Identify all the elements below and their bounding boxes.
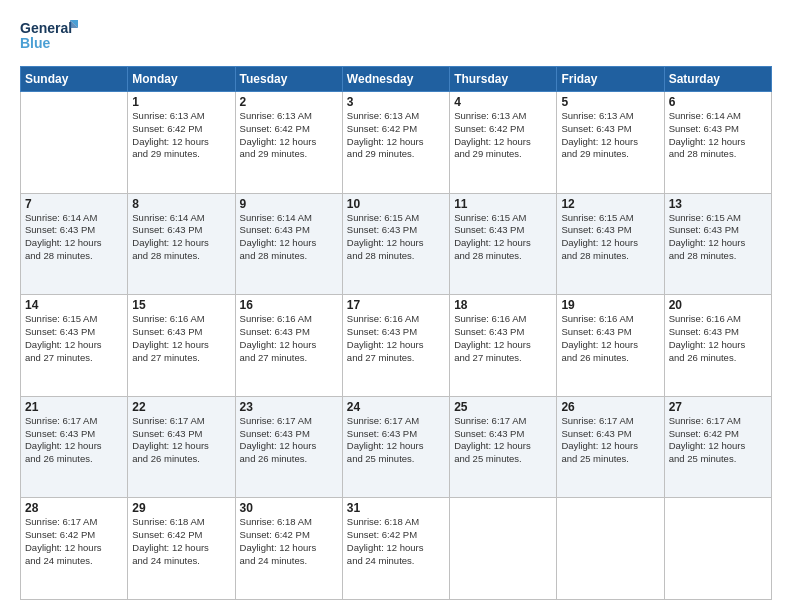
calendar-cell: 11Sunrise: 6:15 AM Sunset: 6:43 PM Dayli… (450, 193, 557, 295)
day-number: 8 (132, 197, 230, 211)
day-info: Sunrise: 6:17 AM Sunset: 6:43 PM Dayligh… (347, 415, 445, 466)
calendar-cell: 10Sunrise: 6:15 AM Sunset: 6:43 PM Dayli… (342, 193, 449, 295)
calendar-week-2: 7Sunrise: 6:14 AM Sunset: 6:43 PM Daylig… (21, 193, 772, 295)
svg-text:General: General (20, 20, 72, 36)
day-info: Sunrise: 6:14 AM Sunset: 6:43 PM Dayligh… (132, 212, 230, 263)
calendar-cell (557, 498, 664, 600)
day-info: Sunrise: 6:17 AM Sunset: 6:42 PM Dayligh… (669, 415, 767, 466)
calendar-cell (21, 92, 128, 194)
day-info: Sunrise: 6:15 AM Sunset: 6:43 PM Dayligh… (669, 212, 767, 263)
day-info: Sunrise: 6:16 AM Sunset: 6:43 PM Dayligh… (132, 313, 230, 364)
calendar-cell: 9Sunrise: 6:14 AM Sunset: 6:43 PM Daylig… (235, 193, 342, 295)
day-info: Sunrise: 6:18 AM Sunset: 6:42 PM Dayligh… (132, 516, 230, 567)
calendar-cell: 27Sunrise: 6:17 AM Sunset: 6:42 PM Dayli… (664, 396, 771, 498)
logo-svg: General Blue (20, 16, 80, 56)
day-info: Sunrise: 6:16 AM Sunset: 6:43 PM Dayligh… (454, 313, 552, 364)
day-number: 19 (561, 298, 659, 312)
day-number: 17 (347, 298, 445, 312)
day-number: 25 (454, 400, 552, 414)
day-info: Sunrise: 6:15 AM Sunset: 6:43 PM Dayligh… (347, 212, 445, 263)
calendar-cell: 7Sunrise: 6:14 AM Sunset: 6:43 PM Daylig… (21, 193, 128, 295)
day-number: 10 (347, 197, 445, 211)
day-number: 14 (25, 298, 123, 312)
day-number: 20 (669, 298, 767, 312)
page: General Blue SundayMondayTuesdayWednesda… (0, 0, 792, 612)
day-info: Sunrise: 6:15 AM Sunset: 6:43 PM Dayligh… (561, 212, 659, 263)
header: General Blue (20, 16, 772, 56)
day-number: 21 (25, 400, 123, 414)
calendar-cell: 13Sunrise: 6:15 AM Sunset: 6:43 PM Dayli… (664, 193, 771, 295)
day-number: 18 (454, 298, 552, 312)
calendar-cell (450, 498, 557, 600)
calendar-cell: 3Sunrise: 6:13 AM Sunset: 6:42 PM Daylig… (342, 92, 449, 194)
day-number: 5 (561, 95, 659, 109)
calendar-cell: 18Sunrise: 6:16 AM Sunset: 6:43 PM Dayli… (450, 295, 557, 397)
calendar-cell: 28Sunrise: 6:17 AM Sunset: 6:42 PM Dayli… (21, 498, 128, 600)
day-info: Sunrise: 6:13 AM Sunset: 6:43 PM Dayligh… (561, 110, 659, 161)
calendar-cell: 4Sunrise: 6:13 AM Sunset: 6:42 PM Daylig… (450, 92, 557, 194)
day-info: Sunrise: 6:13 AM Sunset: 6:42 PM Dayligh… (454, 110, 552, 161)
day-info: Sunrise: 6:18 AM Sunset: 6:42 PM Dayligh… (347, 516, 445, 567)
calendar-cell: 15Sunrise: 6:16 AM Sunset: 6:43 PM Dayli… (128, 295, 235, 397)
calendar-cell: 25Sunrise: 6:17 AM Sunset: 6:43 PM Dayli… (450, 396, 557, 498)
calendar-cell: 26Sunrise: 6:17 AM Sunset: 6:43 PM Dayli… (557, 396, 664, 498)
day-number: 9 (240, 197, 338, 211)
calendar-cell: 16Sunrise: 6:16 AM Sunset: 6:43 PM Dayli… (235, 295, 342, 397)
day-number: 22 (132, 400, 230, 414)
day-number: 3 (347, 95, 445, 109)
logo: General Blue (20, 16, 80, 56)
calendar-cell (664, 498, 771, 600)
weekday-header-saturday: Saturday (664, 67, 771, 92)
day-info: Sunrise: 6:13 AM Sunset: 6:42 PM Dayligh… (132, 110, 230, 161)
day-info: Sunrise: 6:17 AM Sunset: 6:42 PM Dayligh… (25, 516, 123, 567)
day-number: 1 (132, 95, 230, 109)
day-number: 24 (347, 400, 445, 414)
weekday-header-friday: Friday (557, 67, 664, 92)
svg-text:Blue: Blue (20, 35, 51, 51)
weekday-header-sunday: Sunday (21, 67, 128, 92)
calendar-cell: 17Sunrise: 6:16 AM Sunset: 6:43 PM Dayli… (342, 295, 449, 397)
day-number: 13 (669, 197, 767, 211)
day-number: 16 (240, 298, 338, 312)
calendar-cell: 1Sunrise: 6:13 AM Sunset: 6:42 PM Daylig… (128, 92, 235, 194)
day-number: 11 (454, 197, 552, 211)
day-number: 23 (240, 400, 338, 414)
day-number: 2 (240, 95, 338, 109)
day-number: 26 (561, 400, 659, 414)
day-number: 29 (132, 501, 230, 515)
day-number: 27 (669, 400, 767, 414)
calendar-cell: 30Sunrise: 6:18 AM Sunset: 6:42 PM Dayli… (235, 498, 342, 600)
day-number: 31 (347, 501, 445, 515)
calendar-cell: 20Sunrise: 6:16 AM Sunset: 6:43 PM Dayli… (664, 295, 771, 397)
calendar-week-3: 14Sunrise: 6:15 AM Sunset: 6:43 PM Dayli… (21, 295, 772, 397)
calendar-cell: 31Sunrise: 6:18 AM Sunset: 6:42 PM Dayli… (342, 498, 449, 600)
weekday-header-monday: Monday (128, 67, 235, 92)
day-info: Sunrise: 6:15 AM Sunset: 6:43 PM Dayligh… (25, 313, 123, 364)
day-number: 7 (25, 197, 123, 211)
calendar-cell: 12Sunrise: 6:15 AM Sunset: 6:43 PM Dayli… (557, 193, 664, 295)
calendar-week-5: 28Sunrise: 6:17 AM Sunset: 6:42 PM Dayli… (21, 498, 772, 600)
calendar-table: SundayMondayTuesdayWednesdayThursdayFrid… (20, 66, 772, 600)
weekday-header-thursday: Thursday (450, 67, 557, 92)
day-info: Sunrise: 6:17 AM Sunset: 6:43 PM Dayligh… (132, 415, 230, 466)
day-info: Sunrise: 6:16 AM Sunset: 6:43 PM Dayligh… (669, 313, 767, 364)
calendar-cell: 6Sunrise: 6:14 AM Sunset: 6:43 PM Daylig… (664, 92, 771, 194)
weekday-header-tuesday: Tuesday (235, 67, 342, 92)
day-info: Sunrise: 6:14 AM Sunset: 6:43 PM Dayligh… (25, 212, 123, 263)
day-number: 15 (132, 298, 230, 312)
calendar-cell: 22Sunrise: 6:17 AM Sunset: 6:43 PM Dayli… (128, 396, 235, 498)
day-number: 28 (25, 501, 123, 515)
day-info: Sunrise: 6:17 AM Sunset: 6:43 PM Dayligh… (240, 415, 338, 466)
day-info: Sunrise: 6:13 AM Sunset: 6:42 PM Dayligh… (347, 110, 445, 161)
day-info: Sunrise: 6:18 AM Sunset: 6:42 PM Dayligh… (240, 516, 338, 567)
calendar-cell: 5Sunrise: 6:13 AM Sunset: 6:43 PM Daylig… (557, 92, 664, 194)
day-number: 4 (454, 95, 552, 109)
day-number: 6 (669, 95, 767, 109)
calendar-cell: 29Sunrise: 6:18 AM Sunset: 6:42 PM Dayli… (128, 498, 235, 600)
calendar-cell: 21Sunrise: 6:17 AM Sunset: 6:43 PM Dayli… (21, 396, 128, 498)
calendar-week-4: 21Sunrise: 6:17 AM Sunset: 6:43 PM Dayli… (21, 396, 772, 498)
day-info: Sunrise: 6:16 AM Sunset: 6:43 PM Dayligh… (347, 313, 445, 364)
calendar-cell: 19Sunrise: 6:16 AM Sunset: 6:43 PM Dayli… (557, 295, 664, 397)
day-info: Sunrise: 6:14 AM Sunset: 6:43 PM Dayligh… (669, 110, 767, 161)
day-info: Sunrise: 6:16 AM Sunset: 6:43 PM Dayligh… (561, 313, 659, 364)
